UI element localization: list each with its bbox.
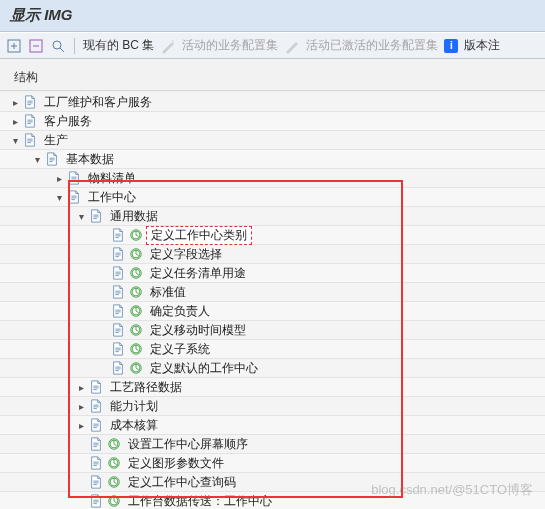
execute-icon[interactable] <box>128 322 144 338</box>
tree-row[interactable]: ▸工厂维护和客户服务 <box>0 93 545 112</box>
tree-row[interactable]: •定义子系统 <box>0 340 545 359</box>
tree-item-label[interactable]: 能力计划 <box>106 398 158 415</box>
tree-item-label[interactable]: 定义移动时间模型 <box>146 322 246 339</box>
info-icon[interactable]: i <box>444 39 458 53</box>
tree-row[interactable]: ▸工艺路径数据 <box>0 378 545 397</box>
document-icon[interactable] <box>88 493 104 509</box>
tree-item-label[interactable]: 定义工作中心类别 <box>146 226 252 245</box>
tree-item-label[interactable]: 定义任务清单用途 <box>146 265 246 282</box>
tree-item-label[interactable]: 工厂维护和客户服务 <box>40 94 152 111</box>
execute-icon[interactable] <box>106 436 122 452</box>
expand-icon[interactable]: ▸ <box>8 114 22 128</box>
execute-icon[interactable] <box>128 246 144 262</box>
expand-icon[interactable]: ▸ <box>74 380 88 394</box>
tree-item-label[interactable]: 设置工作中心屏幕顺序 <box>124 436 248 453</box>
tree-row[interactable]: •定义图形参数文件 <box>0 454 545 473</box>
execute-icon[interactable] <box>128 284 144 300</box>
tree-row[interactable]: ▸客户服务 <box>0 112 545 131</box>
tree-row[interactable]: ▸成本核算 <box>0 416 545 435</box>
document-icon[interactable] <box>110 303 126 319</box>
activity-activated-config-button[interactable]: 活动已激活的业务配置集 <box>306 37 438 54</box>
tree-item-label[interactable]: 基本数据 <box>62 151 114 168</box>
activity-config-button[interactable]: 活动的业务配置集 <box>182 37 278 54</box>
execute-icon[interactable] <box>106 474 122 490</box>
expand-icon[interactable]: ▸ <box>8 95 22 109</box>
document-icon[interactable] <box>22 132 38 148</box>
tree-row[interactable]: ▾生产 <box>0 131 545 150</box>
expand-icon[interactable]: ▸ <box>52 171 66 185</box>
tree-row[interactable]: ▸物料清单 <box>0 169 545 188</box>
document-icon[interactable] <box>88 455 104 471</box>
collapse-icon[interactable]: ▾ <box>52 190 66 204</box>
document-icon[interactable] <box>88 208 104 224</box>
document-icon[interactable] <box>22 94 38 110</box>
tree-row[interactable]: •标准值 <box>0 283 545 302</box>
collapse-icon[interactable]: ▾ <box>74 209 88 223</box>
tree-row[interactable]: ▾工作中心 <box>0 188 545 207</box>
tree-item-label[interactable]: 通用数据 <box>106 208 158 225</box>
tree-item-label[interactable]: 定义工作中心查询码 <box>124 474 236 491</box>
document-icon[interactable] <box>88 436 104 452</box>
tree-item-label[interactable]: 物料清单 <box>84 170 136 187</box>
tree-row[interactable]: •设置工作中心屏幕顺序 <box>0 435 545 454</box>
document-icon[interactable] <box>110 341 126 357</box>
find-icon[interactable] <box>50 38 66 54</box>
version-info-button[interactable]: 版本注 <box>464 37 500 54</box>
indent <box>8 444 74 445</box>
collapse-all-icon[interactable] <box>28 38 44 54</box>
document-icon[interactable] <box>22 113 38 129</box>
collapse-icon[interactable]: ▾ <box>8 133 22 147</box>
document-icon[interactable] <box>110 265 126 281</box>
tree-item-label[interactable]: 成本核算 <box>106 417 158 434</box>
document-icon[interactable] <box>88 379 104 395</box>
document-icon[interactable] <box>88 398 104 414</box>
document-icon[interactable] <box>110 322 126 338</box>
tree-item-label[interactable]: 工作台数据传送：工作中心 <box>124 493 272 510</box>
tree-row[interactable]: ▸能力计划 <box>0 397 545 416</box>
tree-row[interactable]: ▾基本数据 <box>0 150 545 169</box>
tree-item-label[interactable]: 工艺路径数据 <box>106 379 182 396</box>
tree-container: ▸工厂维护和客户服务▸客户服务▾生产▾基本数据▸物料清单▾工作中心▾通用数据•定… <box>0 93 545 509</box>
toolbar: 现有的 BC 集 活动的业务配置集 活动已激活的业务配置集 i 版本注 <box>0 32 545 59</box>
execute-icon[interactable] <box>128 303 144 319</box>
document-icon[interactable] <box>110 227 126 243</box>
tree-item-label[interactable]: 客户服务 <box>40 113 92 130</box>
tree-row[interactable]: •定义字段选择 <box>0 245 545 264</box>
tree-row[interactable]: •定义移动时间模型 <box>0 321 545 340</box>
tree-item-label[interactable]: 定义子系统 <box>146 341 210 358</box>
wand-icon[interactable] <box>160 38 176 54</box>
wand-icon-2[interactable] <box>284 38 300 54</box>
tree-item-label[interactable]: 确定负责人 <box>146 303 210 320</box>
tree-item-label[interactable]: 工作中心 <box>84 189 136 206</box>
expand-icon[interactable]: ▸ <box>74 418 88 432</box>
tree-item-label[interactable]: 定义默认的工作中心 <box>146 360 258 377</box>
tree-row[interactable]: •定义任务清单用途 <box>0 264 545 283</box>
existing-bc-button[interactable]: 现有的 BC 集 <box>83 37 154 54</box>
expand-icon[interactable]: ▸ <box>74 399 88 413</box>
indent <box>8 425 74 426</box>
tree-item-label[interactable]: 生产 <box>40 132 68 149</box>
document-icon[interactable] <box>66 170 82 186</box>
document-icon[interactable] <box>110 246 126 262</box>
execute-icon[interactable] <box>128 265 144 281</box>
document-icon[interactable] <box>110 284 126 300</box>
execute-icon[interactable] <box>128 360 144 376</box>
document-icon[interactable] <box>110 360 126 376</box>
collapse-icon[interactable]: ▾ <box>30 152 44 166</box>
document-icon[interactable] <box>88 474 104 490</box>
execute-icon[interactable] <box>128 341 144 357</box>
tree-row[interactable]: ▾通用数据 <box>0 207 545 226</box>
document-icon[interactable] <box>44 151 60 167</box>
document-icon[interactable] <box>88 417 104 433</box>
execute-icon[interactable] <box>106 493 122 509</box>
execute-icon[interactable] <box>106 455 122 471</box>
execute-icon[interactable] <box>128 227 144 243</box>
tree-row[interactable]: •定义默认的工作中心 <box>0 359 545 378</box>
tree-row[interactable]: •定义工作中心类别 <box>0 226 545 245</box>
expand-all-icon[interactable] <box>6 38 22 54</box>
tree-item-label[interactable]: 标准值 <box>146 284 186 301</box>
document-icon[interactable] <box>66 189 82 205</box>
tree-item-label[interactable]: 定义字段选择 <box>146 246 222 263</box>
tree-row[interactable]: •确定负责人 <box>0 302 545 321</box>
tree-item-label[interactable]: 定义图形参数文件 <box>124 455 224 472</box>
